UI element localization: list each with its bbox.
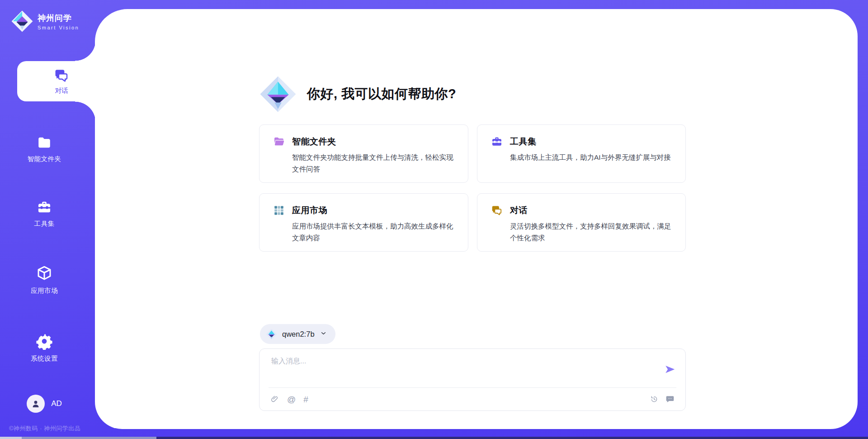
sidebar-item-chat[interactable]: 对话 — [17, 61, 96, 101]
person-icon — [30, 398, 41, 409]
model-name: qwen2:7b — [282, 330, 315, 339]
card-title: 应用市场 — [292, 205, 327, 216]
brand-subtitle: Smart Vision — [38, 25, 79, 30]
card-head: 对话 — [491, 205, 674, 216]
feature-card-toolset[interactable]: 工具集 集成市场上主流工具，助力AI与外界无缝扩展与对接 — [477, 124, 686, 183]
sidebar-item-toolset[interactable]: 工具集 — [0, 200, 89, 228]
greeting: 你好, 我可以如何帮助你? — [259, 75, 456, 113]
scrollbar-thumb[interactable] — [22, 437, 156, 439]
hash-icon[interactable]: # — [303, 395, 308, 404]
chat-icon — [54, 68, 69, 83]
card-head: 应用市场 — [273, 205, 456, 216]
composer-divider — [269, 387, 676, 388]
sidebar: 神州问学 Smart Vision 对话 智能文件夹 — [0, 0, 95, 439]
composer-toolbar-right — [650, 395, 675, 404]
brand-text: 神州问学 Smart Vision — [38, 13, 79, 30]
sidebar-item-smart-folder[interactable]: 智能文件夹 — [0, 135, 89, 163]
folder-open-icon — [273, 136, 285, 148]
feature-card-app-market[interactable]: 应用市场 应用市场提供丰富长文本模板，助力高效生成多样化文章内容 — [259, 193, 468, 252]
chat-icon — [491, 205, 503, 216]
card-title: 工具集 — [510, 136, 537, 148]
chat-home-content: 你好, 我可以如何帮助你? 智能文件夹 智能文件夹功能支持批量文件上传与清洗，轻… — [259, 9, 686, 429]
user-initials: AD — [51, 399, 62, 408]
user-profile[interactable]: AD — [0, 395, 89, 413]
mention-icon[interactable]: @ — [287, 395, 296, 404]
card-description: 集成市场上主流工具，助力AI与外界无缝扩展与对接 — [510, 152, 674, 163]
card-description: 应用市场提供丰富长文本模板，助力高效生成多样化文章内容 — [292, 220, 456, 243]
composer-toolbar: @ # — [270, 392, 675, 406]
sidebar-item-label: 应用市场 — [31, 286, 58, 295]
attachment-icon[interactable] — [270, 395, 279, 404]
chat-bubble-icon[interactable] — [665, 395, 675, 404]
sidebar-item-label: 系统设置 — [31, 354, 58, 363]
history-icon[interactable] — [650, 395, 659, 404]
brand-logo: 神州问学 Smart Vision — [11, 10, 79, 33]
toolbox-icon — [491, 136, 503, 148]
cube-icon — [36, 265, 53, 282]
message-composer: @ # — [259, 348, 686, 411]
send-button[interactable] — [664, 363, 676, 376]
copyright-text: ©神州数码 · 神州问学出品 — [9, 425, 80, 433]
feature-cards: 智能文件夹 智能文件夹功能支持批量文件上传与清洗，轻松实现文件问答 — [259, 124, 686, 252]
horizontal-scrollbar[interactable] — [0, 437, 868, 439]
model-selector[interactable]: qwen2:7b — [260, 324, 335, 344]
gear-icon — [36, 333, 53, 350]
sidebar-item-settings[interactable]: 系统设置 — [0, 333, 89, 363]
brand-name: 神州问学 — [38, 13, 79, 24]
card-head: 工具集 — [491, 136, 674, 148]
greeting-title: 你好, 我可以如何帮助你? — [307, 85, 456, 103]
sidebar-item-label: 对话 — [55, 86, 68, 95]
grid-icon — [273, 205, 285, 216]
scrollbar-track-cap — [0, 437, 22, 439]
assistant-logo-icon — [259, 75, 297, 113]
sidebar-item-label: 智能文件夹 — [28, 155, 61, 163]
feature-card-chat[interactable]: 对话 灵活切换多模型文件，支持多样回复效果调试，满足个性化需求 — [477, 193, 686, 252]
message-input[interactable] — [271, 357, 651, 365]
brand-diamond-icon — [11, 10, 33, 33]
sidebar-item-app-market[interactable]: 应用市场 — [0, 265, 89, 295]
send-icon — [664, 363, 676, 375]
card-description: 灵活切换多模型文件，支持多样回复效果调试，满足个性化需求 — [510, 220, 674, 243]
toolbox-icon — [36, 200, 52, 215]
folder-icon — [36, 135, 52, 150]
card-head: 智能文件夹 — [273, 136, 456, 148]
model-diamond-icon — [266, 329, 277, 340]
card-title: 对话 — [510, 205, 528, 216]
feature-card-smart-folder[interactable]: 智能文件夹 智能文件夹功能支持批量文件上传与清洗，轻松实现文件问答 — [259, 124, 468, 183]
card-description: 智能文件夹功能支持批量文件上传与清洗，轻松实现文件问答 — [292, 152, 456, 175]
main-panel: 你好, 我可以如何帮助你? 智能文件夹 智能文件夹功能支持批量文件上传与清洗，轻… — [95, 9, 858, 429]
avatar — [27, 395, 45, 413]
card-title: 智能文件夹 — [292, 136, 336, 148]
chevron-down-icon — [320, 329, 327, 339]
sidebar-item-label: 工具集 — [34, 220, 55, 228]
